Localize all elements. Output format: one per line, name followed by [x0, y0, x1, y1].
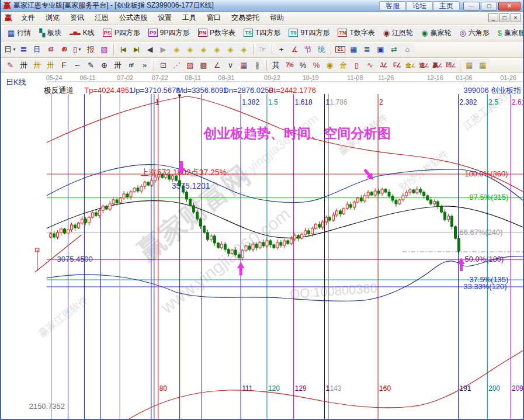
menu-item-trade[interactable]: 交易委托 [226, 12, 265, 24]
prev-icon[interactable]: ◀ [143, 43, 157, 56]
shrink-right-icon[interactable]: ◈ [183, 43, 197, 56]
stats-tool-icon[interactable]: 其 [269, 59, 283, 72]
crosshair-icon[interactable]: + [275, 43, 288, 56]
menu-item-formula-stock-pick[interactable]: 公式选股 [114, 12, 152, 24]
gann-gold-line-icon[interactable]: 卅 [30, 59, 44, 72]
more-tools-chevron[interactable]: » [138, 59, 151, 72]
shrink-left-icon[interactable]: ◈ [170, 43, 183, 56]
p-square-button[interactable]: PSP四方形 [99, 26, 144, 40]
close-button[interactable]: ✕ [498, 2, 520, 11]
fan-lines-icon-glyph: ⋰ [173, 61, 181, 69]
menu-item-gann[interactable]: 江恩 [89, 12, 114, 24]
sectors-button[interactable]: ▚板块 [35, 26, 65, 40]
winner-service-button[interactable]: $赢家服务 [494, 26, 523, 40]
pan-hand-icon[interactable]: ☞ [256, 43, 269, 56]
mdi-minimize-button[interactable]: _ [488, 13, 498, 22]
gann-line-icon[interactable]: 卅 [17, 59, 30, 72]
candle-tool-icon[interactable]: ▯▼ [71, 43, 84, 56]
draw-pen-icon[interactable]: ✎ [4, 59, 17, 72]
angle-lines-icon[interactable]: ∠ [210, 59, 224, 72]
box-tool-icon[interactable]: ⊡ [157, 59, 170, 72]
wave-tool-icon[interactable]: ∿ [363, 59, 377, 72]
calendar-icon[interactable]: 21 [334, 43, 347, 56]
menu-item-file[interactable]: 文件 [16, 12, 40, 24]
candle-mark-icon[interactable]: ▯ [350, 59, 363, 72]
shade-box-icon[interactable]: ▩ [197, 59, 210, 72]
mdi-restore-button[interactable]: □ [499, 13, 509, 22]
gann-brush-icon[interactable]: ✎ [84, 59, 98, 72]
mdi-close-button[interactable]: × [511, 13, 520, 22]
save-icon[interactable]: ▣ [374, 43, 387, 56]
gann-grid2-icon[interactable]: 卅 [111, 59, 124, 72]
percent-retrace-icon[interactable]: 7% [283, 59, 296, 72]
gold-angle-icon[interactable]: 金∠ [404, 59, 417, 72]
shrink-v-icon[interactable]: ◈ [224, 43, 237, 56]
chart-pattern-icon[interactable]: 〓 [17, 43, 30, 56]
gann-arc-icon[interactable]: ∽ [71, 59, 84, 72]
fan-lines-icon[interactable]: ⋰ [170, 59, 183, 72]
candle-period-icon[interactable]: 日▼ [4, 43, 17, 56]
gold-circle-icon[interactable]: ◉ [323, 59, 336, 72]
forum-button[interactable]: 论坛 [406, 1, 433, 11]
expand-h-icon[interactable]: ◈ [197, 43, 210, 56]
hatch-icon[interactable]: ∦ [251, 59, 264, 72]
kline-button[interactable]: ▂▅▃K线 [65, 26, 98, 40]
winner-wheel-button[interactable]: ◉赢家轮 [417, 26, 455, 40]
service-button[interactable]: 客服 [379, 1, 406, 11]
menu-item-tools[interactable]: 工具 [177, 12, 202, 24]
gold-line-icon[interactable]: 金 [336, 59, 350, 72]
bars3-icon[interactable]: ıl3 [44, 43, 57, 56]
yellow-grid2-icon[interactable]: ▦ [476, 59, 490, 72]
menu-item-settings[interactable]: 设置 [152, 12, 177, 24]
quotes-button[interactable]: ▦行情 [4, 26, 35, 40]
zigzag-icon[interactable]: ∨ [224, 59, 237, 72]
n-square-icon[interactable]: n² [124, 59, 138, 72]
shrink-h-icon[interactable]: ◈ [210, 43, 224, 56]
stat-icon[interactable]: 统 [315, 43, 328, 56]
export-icon[interactable]: ⇄ [387, 43, 401, 56]
speed-angle-icon[interactable]: 速∠ [417, 59, 431, 72]
color-chart-icon[interactable]: ▧ [98, 43, 111, 56]
restore-button[interactable]: ▢ [481, 2, 497, 11]
f10-info-icon[interactable]: 目 [30, 43, 44, 56]
menu-item-help[interactable]: 帮助 [265, 12, 289, 24]
expand-all-icon[interactable]: ◈ [237, 43, 251, 56]
percent-icon[interactable]: % [296, 59, 310, 72]
angle-measure-icon[interactable]: ∡ [288, 43, 301, 56]
t-number-table-button[interactable]: TNT数字表 [334, 26, 379, 40]
menu-item-news[interactable]: 资讯 [65, 12, 89, 24]
gann-circle-icon[interactable]: ⊕ [98, 59, 111, 72]
t-square-button[interactable]: TST四方形 [240, 26, 284, 40]
menu-item-window[interactable]: 窗口 [202, 12, 226, 24]
hexagon-button[interactable]: ◎六角形 [455, 26, 493, 40]
shrink-right-icon-glyph: ◈ [188, 46, 193, 53]
bars9-icon[interactable]: ıl9 [57, 43, 71, 56]
j-angle-icon[interactable]: J∠ [377, 59, 390, 72]
last-page-icon[interactable]: ▶| [130, 43, 143, 56]
flat-angle-icon[interactable]: 凹∠ [444, 59, 457, 72]
menu-item-browse[interactable]: 浏览 [40, 12, 65, 24]
report-icon[interactable]: 报 [84, 43, 98, 56]
p-number-table-button[interactable]: PNP数字表 [194, 26, 240, 40]
workstation-icon[interactable]: ⌂ [401, 43, 414, 56]
gann-wheel-button[interactable]: ◉江恩轮 [379, 26, 417, 40]
kline-chart-canvas[interactable]: 赢家财富网www.yingjia360.comwww.yingjia360.co… [1, 73, 523, 419]
win-angle-icon[interactable]: 赢∠ [431, 59, 444, 72]
minimize-button[interactable]: — [463, 2, 480, 11]
gann-box-icon[interactable]: 节 [301, 43, 315, 56]
fan-box-icon[interactable]: ▨ [183, 59, 197, 72]
f-angle-icon[interactable]: F∠ [390, 59, 404, 72]
percent-line-icon[interactable]: % [310, 59, 323, 72]
yellow-grid-icon[interactable]: ▦ [463, 59, 476, 72]
first-page-icon[interactable]: |◀ [116, 43, 130, 56]
grid-tool-icon[interactable]: ▦ [237, 59, 251, 72]
calculator-icon[interactable]: ▦ [347, 43, 360, 56]
9p-square-button[interactable]: P99P四方形 [144, 26, 194, 40]
next-icon[interactable]: ▶ [157, 43, 170, 56]
export-icon-glyph: ⇄ [391, 46, 397, 53]
note-icon[interactable]: ≣ [360, 43, 374, 56]
gann-f-line-icon[interactable]: F [57, 59, 71, 72]
9t-square-button[interactable]: T99T四方形 [284, 26, 334, 40]
home-button[interactable]: 主页 [433, 1, 460, 11]
gann-gold-line2-icon[interactable]: 卅 [44, 59, 57, 72]
